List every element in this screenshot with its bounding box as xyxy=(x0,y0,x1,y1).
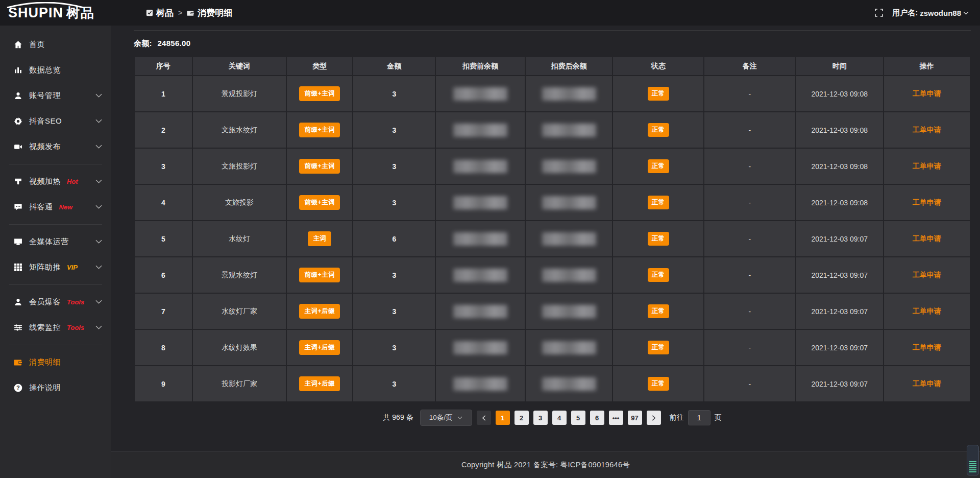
content-top-divider xyxy=(134,30,971,31)
redacted-balance-before xyxy=(453,124,507,137)
sidebar-item-account-manage[interactable]: 账号管理 xyxy=(0,83,111,108)
cell-index: 9 xyxy=(135,366,192,401)
cell-index: 5 xyxy=(135,221,192,256)
page-button-6[interactable]: 6 xyxy=(590,411,604,425)
table-row: 8水纹灯效果主词+后缀3正常-2021-12-03 09:07工单申请 xyxy=(135,330,970,365)
sidebar-item-data-overview[interactable]: 数据总览 xyxy=(0,57,111,83)
redacted-balance-before xyxy=(453,160,507,173)
cell-balance-after xyxy=(526,257,612,293)
cell-keyword: 景观投影灯 xyxy=(193,76,286,111)
cell-status: 正常 xyxy=(613,366,703,401)
breadcrumb-item-home[interactable]: 树品 xyxy=(146,7,174,19)
widget-stripes-icon xyxy=(969,461,976,472)
table-row: 6景观水纹灯前缀+主词3正常-2021-12-03 09:07工单申请 xyxy=(135,257,970,293)
ticket-apply-link[interactable]: 工单申请 xyxy=(913,343,941,351)
copyright-text: Copyright 树品 2021 备案号: 粤ICP备09019646号 xyxy=(461,460,630,470)
user-menu[interactable]: 用户名: zswodun88 xyxy=(892,8,969,18)
ticket-apply-link[interactable]: 工单申请 xyxy=(913,234,941,243)
sidebar-item-clue-monitor[interactable]: 线索监控Tools xyxy=(0,315,111,340)
page-button-5[interactable]: 5 xyxy=(571,411,585,425)
prev-page-button[interactable] xyxy=(477,411,491,425)
cell-time: 2021-12-03 09:08 xyxy=(796,112,883,148)
chevron-right-icon xyxy=(652,415,656,421)
sidebar-item-tag: Tools xyxy=(67,298,84,306)
chevron-down-icon xyxy=(457,416,462,420)
page-button-4[interactable]: 4 xyxy=(552,411,567,425)
page-ellipsis-button[interactable]: ••• xyxy=(609,411,623,425)
table-row: 9投影灯厂家主词+后缀3正常-2021-12-03 09:07工单申请 xyxy=(135,366,970,401)
cell-amount: 6 xyxy=(353,221,435,256)
sidebar-item-consume-detail[interactable]: 消费明细 xyxy=(0,349,111,375)
sidebar-item-douyin-seo[interactable]: 抖音SEO xyxy=(0,108,111,134)
cell-balance-after xyxy=(526,112,612,148)
app-window: SHUPIN 树品 树品 > 消费明细 用户名: xyxy=(0,0,980,478)
ticket-apply-link[interactable]: 工单申请 xyxy=(913,126,941,134)
sidebar-item-home[interactable]: 首页 xyxy=(0,32,111,57)
sidebar-item-matrix-boost[interactable]: 矩阵助推VIP xyxy=(0,254,111,280)
ticket-apply-link[interactable]: 工单申请 xyxy=(913,198,941,206)
ticket-apply-link[interactable]: 工单申请 xyxy=(913,379,941,388)
redacted-balance-before xyxy=(453,196,507,209)
sidebar-item-member-baoke[interactable]: 会员爆客Tools xyxy=(0,289,111,315)
redacted-balance-after xyxy=(542,196,596,209)
column-header: 扣费后余额 xyxy=(526,57,612,75)
cell-time: 2021-12-03 09:08 xyxy=(796,149,883,184)
breadcrumb-item-current[interactable]: 消费明细 xyxy=(187,7,232,19)
column-header: 时间 xyxy=(796,57,883,75)
sidebar-item-douketong[interactable]: 抖客通New xyxy=(0,194,111,220)
sidebar-divider xyxy=(0,340,111,349)
ticket-apply-link[interactable]: 工单申请 xyxy=(913,307,941,315)
sidebar-item-help[interactable]: ?操作说明 xyxy=(0,375,111,400)
floating-widget[interactable] xyxy=(967,445,979,475)
ticket-apply-link[interactable]: 工单申请 xyxy=(913,162,941,170)
ticket-apply-link[interactable]: 工单申请 xyxy=(913,271,941,279)
cell-remark: - xyxy=(704,185,795,220)
sidebar-item-label: 消费明细 xyxy=(29,357,61,367)
page-button-97[interactable]: 97 xyxy=(628,411,642,425)
breadcrumb-separator: > xyxy=(178,9,182,17)
sidebar-item-label: 全媒体运营 xyxy=(29,237,69,247)
redacted-balance-after xyxy=(542,124,596,137)
svg-text:?: ? xyxy=(16,385,20,391)
cell-balance-before xyxy=(436,257,524,293)
redacted-balance-before xyxy=(453,377,507,391)
logo-text-en: SHUPIN xyxy=(8,5,63,21)
cell-remark: - xyxy=(704,112,795,148)
cell-time: 2021-12-03 09:07 xyxy=(796,257,883,293)
page-size-select[interactable]: 10条/页 xyxy=(420,410,472,426)
sidebar-item-video-publish[interactable]: 视频发布 xyxy=(0,134,111,159)
cell-status: 正常 xyxy=(613,221,703,256)
type-badge: 前缀+主词 xyxy=(299,159,340,174)
page-buttons: 123456•••97 xyxy=(496,411,642,425)
column-header: 操作 xyxy=(884,57,970,75)
balance: 余额: 24856.00 xyxy=(134,39,971,49)
column-header: 金额 xyxy=(353,57,435,75)
cell-index: 1 xyxy=(135,76,192,111)
page-button-3[interactable]: 3 xyxy=(533,411,548,425)
cell-remark: - xyxy=(704,330,795,365)
ticket-apply-link[interactable]: 工单申请 xyxy=(913,89,941,98)
type-badge: 主词 xyxy=(308,231,331,246)
next-page-button[interactable] xyxy=(647,411,661,425)
cell-type: 主词+后缀 xyxy=(287,366,352,401)
cell-keyword: 文旅投影灯 xyxy=(193,149,286,184)
balance-value: 24856.00 xyxy=(157,39,190,47)
page-button-2[interactable]: 2 xyxy=(514,411,529,425)
sidebar-item-all-media[interactable]: 全媒体运营 xyxy=(0,229,111,254)
cell-keyword: 水纹灯厂家 xyxy=(193,294,286,329)
cell-type: 前缀+主词 xyxy=(287,149,352,184)
fullscreen-icon[interactable] xyxy=(875,9,883,17)
redacted-balance-after xyxy=(542,232,596,246)
sidebar-item-video-heat[interactable]: 视频加热Hot xyxy=(0,169,111,194)
cell-balance-after xyxy=(526,185,612,220)
cell-action: 工单申请 xyxy=(884,221,970,256)
table-row: 7水纹灯厂家主词+后缀3正常-2021-12-03 09:07工单申请 xyxy=(135,294,970,329)
goto-page-input[interactable] xyxy=(688,410,710,425)
page-button-1[interactable]: 1 xyxy=(496,411,510,425)
balance-label: 余额: xyxy=(134,39,152,47)
chevron-down-icon xyxy=(95,265,102,270)
cell-index: 8 xyxy=(135,330,192,365)
cell-action: 工单申请 xyxy=(884,149,970,184)
chevron-down-icon xyxy=(95,325,102,330)
sidebar-divider xyxy=(0,220,111,229)
